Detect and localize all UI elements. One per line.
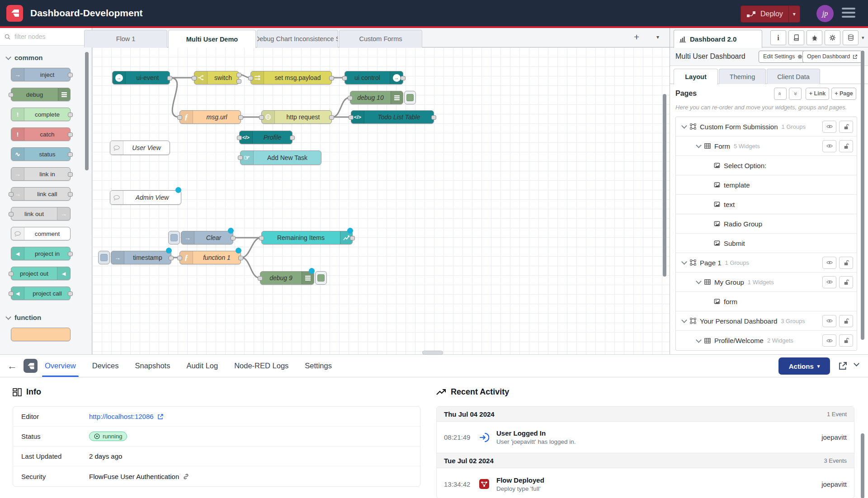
config-gear-button[interactable]: [825, 30, 840, 45]
flow-canvas[interactable]: → ui-event switch set msg.payload ui con…: [92, 47, 670, 354]
node-function-1[interactable]: ƒ function 1: [179, 251, 241, 264]
tree-row-group[interactable]: Profile/Welcome2 Widgets: [676, 331, 857, 350]
node-clear-inject[interactable]: → Clear: [181, 231, 233, 244]
node-debug-9[interactable]: debug 9: [260, 271, 314, 285]
main-menu-icon[interactable]: [842, 8, 855, 20]
tab-devices[interactable]: Devices: [92, 355, 119, 377]
bottom-scrollbar[interactable]: [861, 433, 864, 498]
collapse-all-button[interactable]: «: [774, 88, 787, 100]
palette-node-inject[interactable]: → inject: [11, 68, 71, 81]
panel-resize-handle[interactable]: [422, 351, 443, 355]
tree-row-widget[interactable]: Submit: [676, 234, 857, 253]
palette-node-status[interactable]: ∿ status: [11, 147, 71, 161]
chevron-down-icon[interactable]: [696, 278, 702, 284]
palette-node-debug[interactable]: debug: [11, 88, 71, 101]
user-avatar[interactable]: jp: [816, 5, 834, 22]
deploy-options-caret[interactable]: ▾: [788, 6, 800, 22]
tab-dashboard-2[interactable]: Dashboard 2.0: [674, 30, 762, 48]
visibility-button[interactable]: [822, 334, 836, 347]
lock-button[interactable]: [839, 334, 853, 347]
visibility-button[interactable]: [822, 257, 836, 269]
tree-row-group[interactable]: My Group1 Widgets: [676, 272, 857, 292]
tree-row-page[interactable]: Page 11 Groups: [676, 253, 857, 272]
visibility-button[interactable]: [822, 140, 836, 152]
flowfuse-logo-icon[interactable]: [6, 5, 23, 22]
chain-link-icon[interactable]: [183, 473, 189, 480]
actions-button[interactable]: Actions ▾: [778, 357, 830, 375]
add-flow-button[interactable]: +: [634, 32, 639, 42]
tab-custom-forms[interactable]: Custom Forms: [339, 30, 422, 47]
inject-button[interactable]: [98, 251, 110, 264]
collapse-panel-icon[interactable]: [854, 361, 859, 366]
tab-client-data[interactable]: Client Data: [767, 69, 820, 84]
lock-button[interactable]: [839, 140, 853, 152]
add-link-button[interactable]: + Link: [806, 88, 829, 100]
help-book-button[interactable]: [788, 30, 804, 45]
tab-flow-1[interactable]: Flow 1: [84, 30, 167, 47]
activity-event-row[interactable]: 13:34:42 Flow Deployed Deploy type 'full…: [437, 468, 854, 498]
tree-row-widget[interactable]: form: [676, 292, 857, 311]
tree-row-widget[interactable]: text: [676, 195, 857, 214]
tab-settings[interactable]: Settings: [305, 355, 332, 377]
debug-toggle-button[interactable]: [404, 91, 416, 104]
info-tab-button[interactable]: i: [770, 30, 786, 45]
lock-button[interactable]: [839, 121, 853, 133]
node-comment-admin-view[interactable]: Admin View: [110, 190, 181, 205]
palette-node-project-call[interactable]: ◀ project call: [11, 287, 71, 300]
chevron-down-icon[interactable]: [696, 142, 702, 148]
node-profile[interactable]: </> Profile: [239, 131, 292, 144]
tab-audit-log[interactable]: Audit Log: [186, 355, 218, 377]
chevron-down-icon[interactable]: [681, 259, 687, 265]
debug-tab-button[interactable]: [807, 30, 822, 45]
node-set-msg-payload[interactable]: set msg.payload: [250, 71, 332, 85]
debug-toggle-button[interactable]: [315, 271, 327, 285]
sidebar-caret[interactable]: ▾: [862, 35, 864, 41]
palette-node-project-out[interactable]: project out ◀: [11, 267, 71, 280]
node-todo-list-table[interactable]: </> Todo List Table: [351, 110, 434, 124]
tab-debug-chart[interactable]: Debug Chart Inconsistence S: [257, 30, 338, 47]
lock-button[interactable]: [839, 276, 853, 288]
node-msg-url[interactable]: ƒ msg.url: [179, 110, 241, 124]
visibility-button[interactable]: [822, 276, 836, 288]
edit-settings-button[interactable]: Edit Settings: [759, 51, 807, 63]
node-comment-user-view[interactable]: User View: [110, 141, 170, 155]
palette-node-catch[interactable]: ! catch: [11, 127, 71, 141]
canvas-scrollbar[interactable]: [663, 94, 666, 277]
node-ui-event[interactable]: → ui-event: [112, 71, 170, 85]
node-remaining-items-chart[interactable]: Remaining Items: [261, 231, 353, 244]
palette-scrollbar[interactable]: [85, 52, 89, 170]
chevron-down-icon[interactable]: [681, 317, 687, 323]
palette-node-link-out[interactable]: link out →: [11, 207, 71, 221]
tree-row-page[interactable]: Custom Form Submission1 Groups: [676, 117, 857, 136]
palette-node-complete[interactable]: ! complete: [11, 108, 71, 121]
sidebar-scrollbar[interactable]: [861, 51, 864, 340]
palette-node-comment[interactable]: comment: [11, 227, 71, 240]
tab-theming[interactable]: Theming: [719, 69, 766, 84]
palette-node-partial[interactable]: [11, 328, 71, 341]
visibility-button[interactable]: [822, 315, 836, 327]
palette-node-link-call[interactable]: → link call: [11, 187, 71, 201]
search-input[interactable]: [14, 33, 79, 41]
back-button[interactable]: ←: [7, 360, 17, 372]
tab-layout[interactable]: Layout: [674, 69, 718, 85]
tree-row-widget[interactable]: template: [676, 175, 857, 195]
node-switch[interactable]: switch: [194, 71, 239, 85]
tree-row-widget[interactable]: Select Option:: [676, 156, 857, 175]
tree-row-group[interactable]: Form5 Widgets: [676, 136, 857, 156]
add-page-button[interactable]: + Page: [831, 88, 856, 100]
palette-section-function[interactable]: function: [6, 314, 92, 321]
tab-multi-user-demo[interactable]: Multi User Demo: [168, 30, 256, 48]
chevron-down-icon[interactable]: [696, 337, 702, 343]
open-dashboard-button[interactable]: Open Dashboard: [802, 51, 862, 63]
activity-event-row[interactable]: 08:21:49 User Logged In User 'joepavitt'…: [437, 422, 854, 453]
deploy-button[interactable]: Deploy ▾: [741, 5, 800, 23]
palette-section-common[interactable]: common: [6, 54, 92, 61]
tree-row-page[interactable]: Your Personal Dashboard3 Groups: [676, 311, 857, 331]
palette-search[interactable]: [0, 28, 92, 46]
flow-list-caret[interactable]: ▾: [656, 34, 659, 40]
node-debug-10[interactable]: debug 10: [350, 91, 403, 104]
tab-snapshots[interactable]: Snapshots: [135, 355, 170, 377]
tree-row-widget[interactable]: Radio Group: [676, 214, 857, 234]
tab-overview[interactable]: Overview: [45, 355, 76, 377]
inject-button[interactable]: [168, 231, 180, 244]
